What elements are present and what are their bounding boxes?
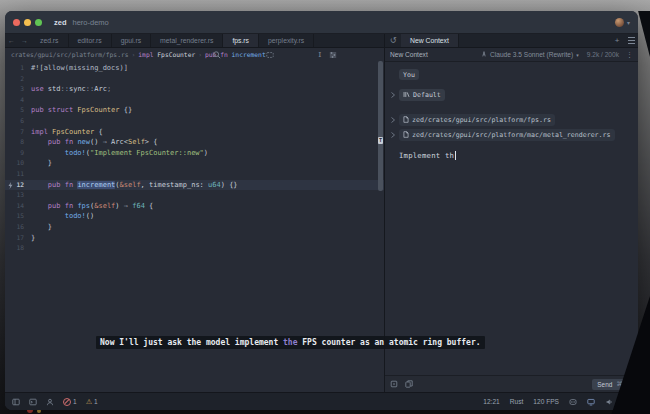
breadcrumb[interactable]: crates/gpui/src/platform/fps.rs › impl F… xyxy=(5,48,384,61)
scrollbar-thumb[interactable]: T xyxy=(378,61,383,191)
nav-forward-button[interactable]: → xyxy=(18,34,31,47)
code-line-10[interactable]: 10 } xyxy=(5,158,384,169)
menu-icon[interactable] xyxy=(624,34,638,47)
role-badge[interactable]: You xyxy=(399,69,419,80)
new-context-button[interactable]: + xyxy=(610,34,624,47)
code-line-9[interactable]: 9 todo!("Implement FpsCounter::new") xyxy=(5,148,384,159)
default-prompt-badge[interactable]: Default xyxy=(399,89,445,101)
terminal-panel-icon[interactable] xyxy=(29,398,37,406)
clock-text: 12:21 xyxy=(483,398,500,405)
assistant-conversation[interactable]: You Default zed/crates/gpui/src/platform… xyxy=(385,62,638,375)
context-file-badge[interactable]: zed/crates/gpui/src/platform/fps.rs xyxy=(399,114,555,126)
line-number: 2 xyxy=(5,74,31,85)
anthropic-icon xyxy=(481,51,487,58)
assistant-footer: Send ⌘↵ xyxy=(385,375,638,392)
zoom-button[interactable] xyxy=(35,19,42,26)
project-name[interactable]: hero-demo xyxy=(73,18,109,27)
code-line-14[interactable]: 14 pub fn fps(&self) → f64 { xyxy=(5,201,384,212)
inline-assist-icon[interactable]: I xyxy=(318,50,321,59)
line-number: 10 xyxy=(5,158,31,169)
context-file-badge[interactable]: zed/crates/gpui/src/platform/mac/metal_r… xyxy=(399,129,615,141)
code-text: todo!() xyxy=(31,211,94,222)
screen-share-icon[interactable] xyxy=(587,398,595,406)
token-usage: 9.2k / 200k xyxy=(587,51,619,58)
code-text: impl FpsCounter { xyxy=(31,127,103,138)
chevron-right-icon[interactable] xyxy=(390,117,396,123)
user-avatar[interactable] xyxy=(615,18,624,27)
context-file-row[interactable]: zed/crates/gpui/src/platform/fps.rs xyxy=(390,114,638,126)
context-header: New Context Claude 3.5 Sonnet (Rewrite) … xyxy=(385,48,638,62)
project-panel-icon[interactable] xyxy=(12,398,20,406)
line-number: 4 xyxy=(5,95,31,106)
default-prompt-row[interactable]: Default xyxy=(390,89,638,101)
copilot-icon[interactable] xyxy=(569,398,577,406)
code-line-3[interactable]: 3use std::sync::Arc; xyxy=(5,84,384,95)
code-line-8[interactable]: 8 pub fn new() → Arc<Self> { xyxy=(5,137,384,148)
breadcrumb-impl-name[interactable]: FpsCounter xyxy=(157,51,195,58)
error-indicator[interactable]: 1 xyxy=(63,398,77,406)
caption-text: Now I'll just ask the model implement xyxy=(100,338,283,347)
tab-new-context[interactable]: New Context xyxy=(401,34,459,47)
scrollbar-marker: T xyxy=(378,137,383,144)
tab-label: zed.rs xyxy=(40,37,59,44)
code-line-11[interactable]: 11 xyxy=(5,169,384,180)
chevron-right-icon[interactable] xyxy=(390,132,396,138)
breadcrumb-path[interactable]: crates/gpui/src/platform/fps.rs xyxy=(11,51,129,58)
minimize-button[interactable] xyxy=(24,19,31,26)
line-number: 11 xyxy=(5,169,31,180)
context-title: New Context xyxy=(390,51,428,58)
breadcrumb-separator: › xyxy=(132,51,136,58)
tab-editor-rs[interactable]: editor.rs xyxy=(69,34,112,47)
code-text: } xyxy=(31,158,52,169)
code-line-4[interactable]: 4 xyxy=(5,95,384,106)
tab-label: gpui.rs xyxy=(121,37,141,44)
context-file-row[interactable]: zed/crates/gpui/src/platform/mac/metal_r… xyxy=(390,129,638,141)
code-line-7[interactable]: 7impl FpsCounter { xyxy=(5,127,384,138)
titlebar[interactable]: zed hero-demo ▾ xyxy=(5,11,638,34)
line-number: 18 xyxy=(5,243,31,254)
context-file-path: zed/crates/gpui/src/platform/fps.rs xyxy=(412,116,551,124)
audio-icon[interactable] xyxy=(605,398,613,406)
zed-window: zed hero-demo ▾ ← → zed.rseditor.rsgpui.… xyxy=(5,11,638,410)
assistant-tab-bar: ↺ New Context + xyxy=(385,34,638,48)
app-name: zed xyxy=(54,18,67,27)
code-line-15[interactable]: 15 todo!() xyxy=(5,211,384,222)
chevron-down-icon[interactable]: ▾ xyxy=(627,19,630,26)
code-line-18[interactable]: 18 xyxy=(5,243,384,254)
code-line-2[interactable]: 2 xyxy=(5,74,384,85)
code-line-17[interactable]: 17} xyxy=(5,233,384,244)
model-selector[interactable]: Claude 3.5 Sonnet (Rewrite) ▾ xyxy=(481,51,579,58)
assistant-panel-icon[interactable] xyxy=(46,398,54,406)
quote-selection-icon[interactable] xyxy=(390,380,398,388)
chevron-down-icon: ▾ xyxy=(576,52,579,58)
copy-icon[interactable] xyxy=(405,380,413,388)
kebab-menu-icon[interactable]: ⋮ xyxy=(626,51,633,59)
tab-zed-rs[interactable]: zed.rs xyxy=(31,34,69,47)
warning-count: 1 xyxy=(94,398,98,405)
chevron-right-icon[interactable] xyxy=(390,92,396,98)
context-file-path: zed/crates/gpui/src/platform/mac/metal_r… xyxy=(412,131,611,139)
code-line-5[interactable]: 5pub struct FpsCounter {} xyxy=(5,105,384,116)
close-button[interactable] xyxy=(13,19,20,26)
file-icon xyxy=(403,131,409,140)
error-count: 1 xyxy=(73,398,77,405)
nav-back-button[interactable]: ← xyxy=(5,34,18,47)
line-number: 17 xyxy=(5,233,31,244)
caption-text: FPS counter as an atomic ring buffer. xyxy=(297,338,480,347)
code-text: use std::sync::Arc; xyxy=(31,84,111,95)
code-line-1[interactable]: 1#![allow(missing_docs)] xyxy=(5,63,384,74)
tab-gpui-rs[interactable]: gpui.rs xyxy=(112,34,151,47)
text-cursor xyxy=(455,151,456,160)
model-label: Claude 3.5 Sonnet (Rewrite) xyxy=(490,51,573,58)
code-line-6[interactable]: 6 xyxy=(5,116,384,127)
code-line-13[interactable]: 13 xyxy=(5,190,384,201)
default-prompt-label: Default xyxy=(413,91,441,99)
message-editor[interactable]: Implement th xyxy=(399,151,638,160)
breadcrumb-impl-keyword: impl xyxy=(138,51,157,58)
language-indicator[interactable]: Rust xyxy=(510,398,524,405)
code-line-16[interactable]: 16 } xyxy=(5,222,384,233)
code-line-12[interactable]: 12 pub fn increment(&self, timestamp_ns:… xyxy=(5,180,384,191)
history-icon[interactable]: ↺ xyxy=(385,34,401,47)
message-input-text[interactable]: Implement th xyxy=(399,151,454,160)
warning-indicator[interactable]: ⚠ 1 xyxy=(86,398,98,405)
